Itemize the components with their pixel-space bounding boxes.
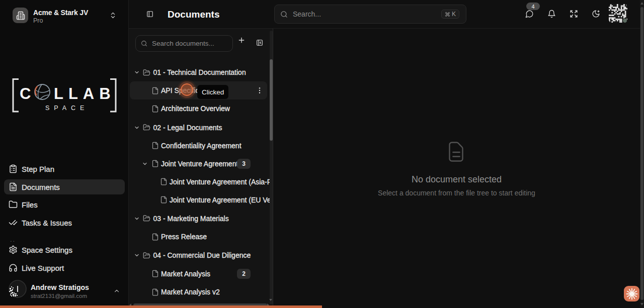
svg-text:SPACE: SPACE — [45, 105, 89, 112]
svg-text:C: C — [20, 85, 31, 102]
svg-text:LLAB: LLAB — [54, 85, 116, 102]
